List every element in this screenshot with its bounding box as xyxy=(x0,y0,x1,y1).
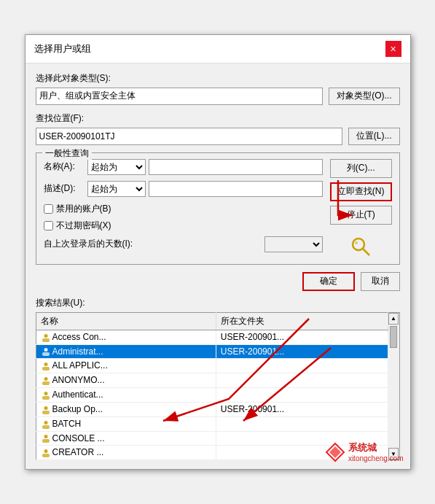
row-name: BATCH xyxy=(36,416,216,431)
svg-point-3 xyxy=(44,334,47,338)
results-label: 搜索结果(U): xyxy=(36,297,400,309)
days-label: 自上次登录后的天数(I): xyxy=(44,238,264,250)
svg-rect-6 xyxy=(42,352,50,356)
days-select[interactable] xyxy=(264,236,323,252)
svg-point-5 xyxy=(44,348,47,352)
cancel-button[interactable]: 取消 xyxy=(361,272,400,291)
name-condition-select[interactable]: 起始为 xyxy=(87,159,146,175)
noexpire-label: 不过期密码(X) xyxy=(56,220,111,232)
col-button[interactable]: 列(C)... xyxy=(330,159,392,178)
user-icon xyxy=(41,419,52,429)
svg-line-1 xyxy=(363,249,369,255)
location-label: 查找位置(F): xyxy=(36,112,400,125)
row-name: Backup Op... xyxy=(36,402,216,416)
svg-point-2 xyxy=(355,241,358,244)
search-icon xyxy=(349,235,372,258)
scroll-up-button[interactable]: ▲ xyxy=(388,313,399,325)
svg-rect-18 xyxy=(42,439,50,443)
row-name: Administrat... xyxy=(36,344,216,359)
disabled-account-label: 禁用的账户(B) xyxy=(56,203,111,215)
watermark-brand: 系统城 xyxy=(348,441,404,454)
table-row[interactable]: Access Con...USER-200901... xyxy=(36,330,388,344)
row-name: ALL APPLIC... xyxy=(36,359,216,373)
svg-point-17 xyxy=(44,435,47,438)
row-name: CONSOLE ... xyxy=(36,431,216,446)
table-row[interactable]: BATCH xyxy=(36,416,388,431)
table-row[interactable]: Authenticat... xyxy=(36,388,388,403)
user-icon xyxy=(41,375,52,385)
user-icon xyxy=(41,447,52,457)
watermark-url: xitongcheng.com xyxy=(348,454,404,462)
svg-point-19 xyxy=(44,449,47,453)
desc-condition-select[interactable]: 起始为 xyxy=(87,181,146,197)
svg-point-9 xyxy=(44,377,47,381)
svg-point-15 xyxy=(44,421,47,424)
close-button[interactable]: × xyxy=(385,41,401,57)
row-folder xyxy=(216,373,388,388)
row-name: Access Con... xyxy=(36,330,216,344)
desc-field-label: 描述(D): xyxy=(44,182,87,195)
results-wrapper: 名称 所在文件夹 Access Con...USER-200901... Adm… xyxy=(36,312,400,460)
row-folder xyxy=(216,388,388,403)
stop-button[interactable]: 停止(T) xyxy=(330,206,392,225)
name-field-label: 名称(A): xyxy=(44,160,87,173)
row-folder xyxy=(216,416,388,431)
object-type-button[interactable]: 对象类型(O)... xyxy=(329,88,399,105)
table-row[interactable]: Administrat...USER-200901... xyxy=(36,344,388,359)
row-folder: USER-200901... xyxy=(216,402,388,416)
user-icon xyxy=(41,404,52,414)
object-type-label: 选择此对象类型(S): xyxy=(36,72,400,85)
user-icon xyxy=(41,360,52,371)
disabled-account-checkbox[interactable] xyxy=(44,204,53,214)
right-buttons-panel: 列(C)... 立即查找(N) 停止(T) xyxy=(330,159,392,258)
location-button[interactable]: 位置(L)... xyxy=(348,128,400,145)
desc-value-input[interactable] xyxy=(149,181,323,197)
svg-rect-4 xyxy=(42,338,50,342)
user-icon xyxy=(41,332,52,342)
user-icon xyxy=(41,389,52,400)
svg-rect-12 xyxy=(42,396,50,400)
search-now-button[interactable]: 立即查找(N) xyxy=(330,182,392,201)
results-table: 名称 所在文件夹 Access Con...USER-200901... Adm… xyxy=(36,312,388,460)
table-row[interactable]: ANONYMO... xyxy=(36,373,388,388)
table-row[interactable]: Backup Op...USER-200901... xyxy=(36,402,388,416)
svg-rect-10 xyxy=(42,381,50,385)
user-icon xyxy=(41,433,52,443)
row-name: CREATOR ... xyxy=(36,446,216,460)
scroll-thumb[interactable] xyxy=(390,326,397,348)
col-name-header[interactable]: 名称 xyxy=(36,312,216,330)
svg-point-13 xyxy=(44,406,47,410)
row-folder: USER-200901... xyxy=(216,330,388,344)
name-value-input[interactable] xyxy=(149,159,323,175)
table-row[interactable]: ALL APPLIC... xyxy=(36,359,388,373)
row-name: ANONYMO... xyxy=(36,373,216,388)
watermark: 系统城 xitongcheng.com xyxy=(325,441,404,462)
svg-point-11 xyxy=(44,392,47,395)
row-name: Authenticat... xyxy=(36,388,216,403)
svg-point-0 xyxy=(353,239,364,250)
row-folder xyxy=(216,359,388,373)
svg-rect-8 xyxy=(42,367,50,371)
scrollbar[interactable]: ▲ ▼ xyxy=(388,312,400,460)
location-input xyxy=(36,128,342,145)
group-box-title: 一般性查询 xyxy=(42,147,92,160)
dialog-title: 选择用户或组 xyxy=(34,42,91,55)
svg-rect-14 xyxy=(42,411,50,414)
confirm-button[interactable]: 确定 xyxy=(302,272,355,291)
svg-rect-16 xyxy=(42,425,50,429)
confirm-cancel-row: 确定 取消 xyxy=(36,272,400,291)
diamond-icon xyxy=(325,442,345,462)
noexpire-checkbox[interactable] xyxy=(44,221,53,230)
svg-point-7 xyxy=(44,363,47,366)
object-type-input xyxy=(36,88,324,105)
user-icon xyxy=(41,346,52,357)
title-bar: 选择用户或组 × xyxy=(26,35,410,63)
svg-rect-20 xyxy=(42,454,50,457)
col-folder-header[interactable]: 所在文件夹 xyxy=(216,312,388,330)
row-folder: USER-200901... xyxy=(216,344,388,359)
